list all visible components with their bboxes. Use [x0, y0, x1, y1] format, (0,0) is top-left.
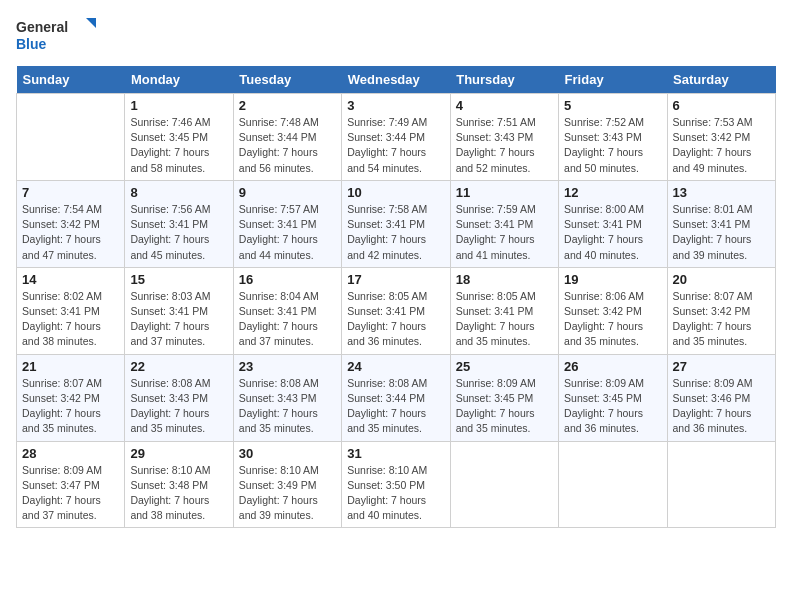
day-number: 24 [347, 359, 444, 374]
cell-info: Sunrise: 7:48 AMSunset: 3:44 PMDaylight:… [239, 115, 336, 176]
cell-info: Sunrise: 8:10 AMSunset: 3:48 PMDaylight:… [130, 463, 227, 524]
calendar-cell: 15Sunrise: 8:03 AMSunset: 3:41 PMDayligh… [125, 267, 233, 354]
calendar-cell: 11Sunrise: 7:59 AMSunset: 3:41 PMDayligh… [450, 180, 558, 267]
day-number: 18 [456, 272, 553, 287]
calendar-cell: 21Sunrise: 8:07 AMSunset: 3:42 PMDayligh… [17, 354, 125, 441]
calendar-cell: 16Sunrise: 8:04 AMSunset: 3:41 PMDayligh… [233, 267, 341, 354]
calendar-cell: 10Sunrise: 7:58 AMSunset: 3:41 PMDayligh… [342, 180, 450, 267]
day-number: 10 [347, 185, 444, 200]
calendar-cell: 14Sunrise: 8:02 AMSunset: 3:41 PMDayligh… [17, 267, 125, 354]
cell-info: Sunrise: 7:51 AMSunset: 3:43 PMDaylight:… [456, 115, 553, 176]
calendar-cell: 29Sunrise: 8:10 AMSunset: 3:48 PMDayligh… [125, 441, 233, 528]
header-cell-sunday: Sunday [17, 66, 125, 94]
day-number: 4 [456, 98, 553, 113]
day-number: 9 [239, 185, 336, 200]
cell-info: Sunrise: 8:09 AMSunset: 3:47 PMDaylight:… [22, 463, 119, 524]
svg-marker-1 [86, 18, 96, 28]
day-number: 23 [239, 359, 336, 374]
calendar-cell: 9Sunrise: 7:57 AMSunset: 3:41 PMDaylight… [233, 180, 341, 267]
header-row: SundayMondayTuesdayWednesdayThursdayFrid… [17, 66, 776, 94]
calendar-cell: 2Sunrise: 7:48 AMSunset: 3:44 PMDaylight… [233, 94, 341, 181]
calendar-cell: 23Sunrise: 8:08 AMSunset: 3:43 PMDayligh… [233, 354, 341, 441]
svg-text:General: General [16, 19, 68, 35]
calendar-cell: 6Sunrise: 7:53 AMSunset: 3:42 PMDaylight… [667, 94, 775, 181]
cell-info: Sunrise: 8:05 AMSunset: 3:41 PMDaylight:… [347, 289, 444, 350]
calendar-week-3: 21Sunrise: 8:07 AMSunset: 3:42 PMDayligh… [17, 354, 776, 441]
cell-info: Sunrise: 7:52 AMSunset: 3:43 PMDaylight:… [564, 115, 661, 176]
cell-info: Sunrise: 8:07 AMSunset: 3:42 PMDaylight:… [22, 376, 119, 437]
day-number: 19 [564, 272, 661, 287]
header-cell-saturday: Saturday [667, 66, 775, 94]
calendar-cell: 22Sunrise: 8:08 AMSunset: 3:43 PMDayligh… [125, 354, 233, 441]
calendar-cell [450, 441, 558, 528]
cell-info: Sunrise: 8:06 AMSunset: 3:42 PMDaylight:… [564, 289, 661, 350]
cell-info: Sunrise: 8:08 AMSunset: 3:43 PMDaylight:… [239, 376, 336, 437]
day-number: 2 [239, 98, 336, 113]
day-number: 11 [456, 185, 553, 200]
calendar-week-4: 28Sunrise: 8:09 AMSunset: 3:47 PMDayligh… [17, 441, 776, 528]
calendar-cell: 13Sunrise: 8:01 AMSunset: 3:41 PMDayligh… [667, 180, 775, 267]
day-number: 30 [239, 446, 336, 461]
day-number: 28 [22, 446, 119, 461]
header: General Blue [16, 16, 776, 56]
calendar-week-2: 14Sunrise: 8:02 AMSunset: 3:41 PMDayligh… [17, 267, 776, 354]
calendar-cell: 26Sunrise: 8:09 AMSunset: 3:45 PMDayligh… [559, 354, 667, 441]
header-cell-friday: Friday [559, 66, 667, 94]
cell-info: Sunrise: 7:58 AMSunset: 3:41 PMDaylight:… [347, 202, 444, 263]
calendar-cell: 5Sunrise: 7:52 AMSunset: 3:43 PMDaylight… [559, 94, 667, 181]
calendar-cell: 3Sunrise: 7:49 AMSunset: 3:44 PMDaylight… [342, 94, 450, 181]
calendar-cell: 28Sunrise: 8:09 AMSunset: 3:47 PMDayligh… [17, 441, 125, 528]
day-number: 21 [22, 359, 119, 374]
calendar-cell: 24Sunrise: 8:08 AMSunset: 3:44 PMDayligh… [342, 354, 450, 441]
cell-info: Sunrise: 8:09 AMSunset: 3:46 PMDaylight:… [673, 376, 770, 437]
calendar-cell: 31Sunrise: 8:10 AMSunset: 3:50 PMDayligh… [342, 441, 450, 528]
header-cell-wednesday: Wednesday [342, 66, 450, 94]
logo-svg: General Blue [16, 16, 96, 56]
calendar-cell: 25Sunrise: 8:09 AMSunset: 3:45 PMDayligh… [450, 354, 558, 441]
day-number: 8 [130, 185, 227, 200]
cell-info: Sunrise: 7:46 AMSunset: 3:45 PMDaylight:… [130, 115, 227, 176]
cell-info: Sunrise: 8:09 AMSunset: 3:45 PMDaylight:… [456, 376, 553, 437]
cell-info: Sunrise: 7:54 AMSunset: 3:42 PMDaylight:… [22, 202, 119, 263]
cell-info: Sunrise: 8:10 AMSunset: 3:49 PMDaylight:… [239, 463, 336, 524]
header-cell-monday: Monday [125, 66, 233, 94]
calendar-cell: 4Sunrise: 7:51 AMSunset: 3:43 PMDaylight… [450, 94, 558, 181]
calendar-cell [559, 441, 667, 528]
day-number: 15 [130, 272, 227, 287]
day-number: 1 [130, 98, 227, 113]
cell-info: Sunrise: 8:08 AMSunset: 3:43 PMDaylight:… [130, 376, 227, 437]
cell-info: Sunrise: 8:02 AMSunset: 3:41 PMDaylight:… [22, 289, 119, 350]
calendar-cell: 19Sunrise: 8:06 AMSunset: 3:42 PMDayligh… [559, 267, 667, 354]
day-number: 7 [22, 185, 119, 200]
calendar-week-0: 1Sunrise: 7:46 AMSunset: 3:45 PMDaylight… [17, 94, 776, 181]
calendar-cell: 27Sunrise: 8:09 AMSunset: 3:46 PMDayligh… [667, 354, 775, 441]
cell-info: Sunrise: 8:03 AMSunset: 3:41 PMDaylight:… [130, 289, 227, 350]
cell-info: Sunrise: 8:00 AMSunset: 3:41 PMDaylight:… [564, 202, 661, 263]
cell-info: Sunrise: 8:07 AMSunset: 3:42 PMDaylight:… [673, 289, 770, 350]
calendar-cell: 8Sunrise: 7:56 AMSunset: 3:41 PMDaylight… [125, 180, 233, 267]
cell-info: Sunrise: 7:49 AMSunset: 3:44 PMDaylight:… [347, 115, 444, 176]
calendar-cell [17, 94, 125, 181]
calendar-cell: 7Sunrise: 7:54 AMSunset: 3:42 PMDaylight… [17, 180, 125, 267]
day-number: 17 [347, 272, 444, 287]
calendar-cell: 30Sunrise: 8:10 AMSunset: 3:49 PMDayligh… [233, 441, 341, 528]
cell-info: Sunrise: 8:05 AMSunset: 3:41 PMDaylight:… [456, 289, 553, 350]
day-number: 22 [130, 359, 227, 374]
day-number: 12 [564, 185, 661, 200]
calendar-cell [667, 441, 775, 528]
calendar-table: SundayMondayTuesdayWednesdayThursdayFrid… [16, 66, 776, 528]
day-number: 14 [22, 272, 119, 287]
calendar-cell: 1Sunrise: 7:46 AMSunset: 3:45 PMDaylight… [125, 94, 233, 181]
cell-info: Sunrise: 7:59 AMSunset: 3:41 PMDaylight:… [456, 202, 553, 263]
day-number: 26 [564, 359, 661, 374]
day-number: 20 [673, 272, 770, 287]
cell-info: Sunrise: 7:57 AMSunset: 3:41 PMDaylight:… [239, 202, 336, 263]
cell-info: Sunrise: 8:09 AMSunset: 3:45 PMDaylight:… [564, 376, 661, 437]
calendar-body: 1Sunrise: 7:46 AMSunset: 3:45 PMDaylight… [17, 94, 776, 528]
day-number: 27 [673, 359, 770, 374]
cell-info: Sunrise: 7:56 AMSunset: 3:41 PMDaylight:… [130, 202, 227, 263]
svg-text:Blue: Blue [16, 36, 47, 52]
day-number: 29 [130, 446, 227, 461]
calendar-week-1: 7Sunrise: 7:54 AMSunset: 3:42 PMDaylight… [17, 180, 776, 267]
day-number: 6 [673, 98, 770, 113]
